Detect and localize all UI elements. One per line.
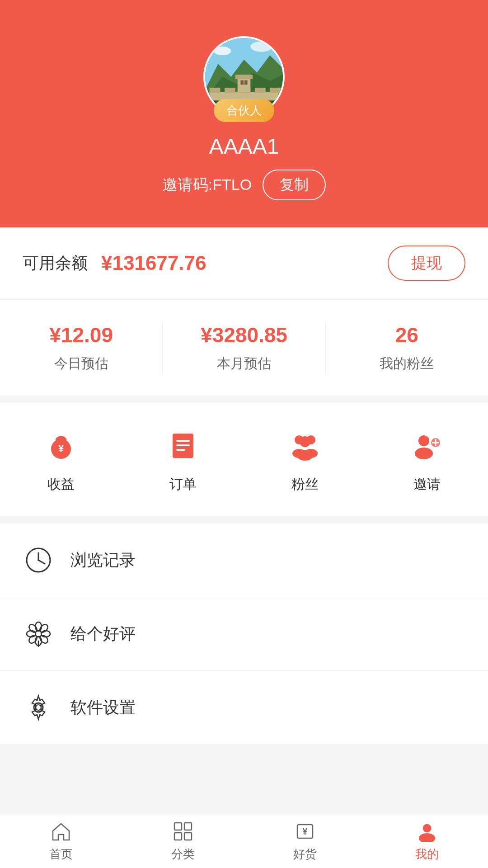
svg-point-45 bbox=[28, 634, 38, 645]
svg-rect-53 bbox=[184, 833, 192, 840]
svg-text:¥: ¥ bbox=[302, 826, 308, 836]
username: AAAA1 bbox=[209, 134, 279, 159]
home-nav-icon bbox=[50, 820, 72, 843]
svg-rect-12 bbox=[244, 80, 248, 85]
settings-icon bbox=[23, 692, 54, 723]
menu-text-settings: 软件设置 bbox=[70, 697, 136, 719]
action-label-fans: 粉丝 bbox=[291, 475, 319, 494]
menu-item-review[interactable]: 给个好评 bbox=[0, 597, 488, 671]
menu-text-browse-history: 浏览记录 bbox=[70, 549, 136, 571]
action-item-earnings[interactable]: ¥ 收益 bbox=[0, 425, 122, 494]
stat-label: 今日预估 bbox=[54, 354, 108, 373]
bottom-nav: 首页 分类 ¥ 好货 我的 bbox=[0, 814, 488, 868]
svg-point-14 bbox=[250, 42, 272, 52]
stat-item-本月预估: ¥3280.85 本月预估 bbox=[162, 323, 325, 373]
nav-item-mine[interactable]: 我的 bbox=[366, 814, 488, 868]
svg-rect-10 bbox=[235, 75, 253, 79]
menu-text-review: 给个好评 bbox=[70, 623, 136, 645]
stat-value: 26 bbox=[395, 323, 418, 347]
withdraw-button[interactable]: 提现 bbox=[388, 245, 465, 281]
svg-point-42 bbox=[28, 623, 38, 634]
svg-rect-4 bbox=[210, 88, 221, 93]
svg-point-56 bbox=[423, 824, 431, 832]
nav-item-category[interactable]: 分类 bbox=[122, 814, 244, 868]
svg-point-30 bbox=[418, 435, 429, 446]
svg-rect-9 bbox=[238, 77, 251, 92]
svg-rect-5 bbox=[225, 88, 235, 93]
svg-text:¥: ¥ bbox=[58, 443, 64, 454]
svg-rect-50 bbox=[174, 823, 182, 830]
action-label-invite: 邀请 bbox=[413, 475, 441, 494]
menu-item-settings[interactable]: 软件设置 bbox=[0, 671, 488, 744]
action-label-orders: 订单 bbox=[169, 475, 197, 494]
action-item-orders[interactable]: 订单 bbox=[122, 425, 244, 494]
svg-point-29 bbox=[297, 450, 313, 461]
svg-rect-18 bbox=[58, 436, 64, 440]
balance-label: 可用余额 bbox=[23, 252, 88, 274]
menu-item-browse-history[interactable]: 浏览记录 bbox=[0, 524, 488, 597]
goods-nav-icon: ¥ bbox=[294, 820, 316, 843]
goods-nav-label: 好货 bbox=[293, 846, 317, 862]
svg-rect-22 bbox=[176, 444, 190, 446]
clock-icon bbox=[23, 544, 54, 576]
orders-icon bbox=[163, 425, 203, 466]
svg-rect-23 bbox=[176, 449, 185, 451]
svg-rect-21 bbox=[176, 440, 190, 442]
svg-point-44 bbox=[38, 623, 49, 634]
actions-section: ¥ 收益 订单 粉丝 邀请 bbox=[0, 403, 488, 520]
fans-icon bbox=[285, 425, 325, 466]
mine-nav-label: 我的 bbox=[415, 846, 439, 862]
flower-icon bbox=[23, 618, 54, 650]
invite-icon bbox=[407, 425, 447, 466]
invite-code-text: 邀请码:FTLO bbox=[162, 175, 252, 195]
menu-section: 浏览记录 给个好评 软件设置 bbox=[0, 524, 488, 744]
invite-row: 邀请码:FTLO 复制 bbox=[162, 170, 326, 200]
svg-point-31 bbox=[415, 448, 433, 459]
action-item-fans[interactable]: 粉丝 bbox=[244, 425, 366, 494]
svg-point-26 bbox=[300, 436, 310, 447]
home-nav-label: 首页 bbox=[49, 846, 73, 862]
stat-value: ¥12.09 bbox=[49, 323, 113, 347]
svg-point-43 bbox=[38, 634, 49, 645]
svg-point-49 bbox=[36, 705, 41, 710]
svg-rect-7 bbox=[255, 88, 266, 93]
svg-rect-8 bbox=[270, 88, 281, 93]
mine-nav-icon bbox=[416, 820, 438, 843]
svg-point-57 bbox=[419, 833, 435, 842]
stat-label: 我的粉丝 bbox=[380, 354, 434, 373]
partner-badge: 合伙人 bbox=[214, 99, 274, 122]
svg-point-13 bbox=[214, 47, 231, 55]
stat-label: 本月预估 bbox=[217, 354, 271, 373]
stat-value: ¥3280.85 bbox=[201, 323, 287, 347]
copy-button[interactable]: 复制 bbox=[263, 170, 326, 200]
category-nav-label: 分类 bbox=[171, 846, 195, 862]
svg-rect-52 bbox=[174, 833, 182, 840]
balance-amount: ¥131677.76 bbox=[101, 252, 206, 274]
svg-rect-51 bbox=[184, 823, 192, 830]
svg-line-37 bbox=[38, 560, 45, 564]
action-item-invite[interactable]: 邀请 bbox=[366, 425, 488, 494]
category-nav-icon bbox=[172, 820, 194, 843]
avatar-wrapper: 合伙人 bbox=[203, 36, 285, 118]
svg-rect-11 bbox=[240, 80, 244, 85]
stat-item-我的粉丝: 26 我的粉丝 bbox=[325, 323, 488, 373]
balance-section: 可用余额 ¥131677.76 提现 bbox=[0, 227, 488, 299]
action-label-earnings: 收益 bbox=[47, 475, 75, 494]
nav-item-goods[interactable]: ¥ 好货 bbox=[244, 814, 366, 868]
money-bag-icon: ¥ bbox=[41, 425, 81, 466]
header-section: 合伙人 AAAA1 邀请码:FTLO 复制 bbox=[0, 0, 488, 227]
balance-left: 可用余额 ¥131677.76 bbox=[23, 252, 206, 274]
stats-section: ¥12.09 今日预估 ¥3280.85 本月预估 26 我的粉丝 bbox=[0, 300, 488, 399]
stat-item-今日预估: ¥12.09 今日预估 bbox=[0, 323, 162, 373]
nav-item-home[interactable]: 首页 bbox=[0, 814, 122, 868]
